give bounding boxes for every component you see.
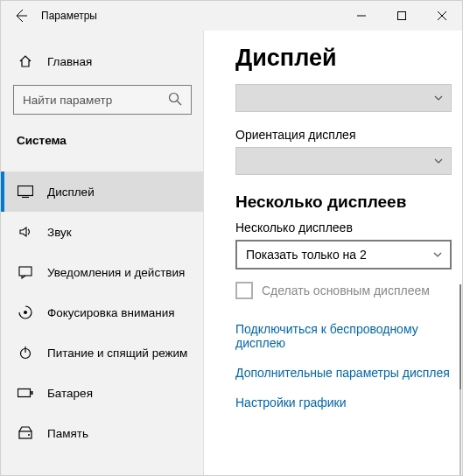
svg-rect-1 (398, 12, 406, 20)
minimize-button[interactable] (341, 1, 382, 31)
svg-rect-6 (19, 267, 32, 276)
orientation-label: Ориентация дисплея (235, 128, 455, 142)
chevron-down-icon (432, 249, 443, 260)
svg-line-3 (178, 102, 182, 106)
sound-icon (18, 225, 33, 239)
nav-item-storage[interactable]: Память (1, 413, 203, 453)
nav-item-sound[interactable]: Звук (1, 212, 203, 252)
chevron-down-icon (433, 93, 444, 103)
home-item[interactable]: Главная (1, 43, 203, 80)
dropdown-generic[interactable] (235, 84, 452, 112)
checkbox-label: Сделать основным дисплеем (262, 284, 430, 298)
nav-label: Батарея (47, 387, 93, 400)
nav-item-power[interactable]: Питание и спящий режим (1, 332, 203, 373)
svg-point-2 (170, 94, 179, 102)
make-main-display-checkbox: Сделать основным дисплеем (235, 282, 455, 299)
focus-icon (18, 305, 33, 319)
page-heading: Дисплей (235, 45, 455, 72)
link-advanced-display[interactable]: Дополнительные параметры дисплея (235, 366, 455, 380)
chevron-down-icon (433, 156, 444, 166)
sidebar: Главная Система Дисплей Звук (1, 31, 204, 475)
nav-item-display[interactable]: Дисплей (1, 172, 203, 212)
dropdown-multiple-displays[interactable]: Показать только на 2 (235, 240, 452, 270)
scrollbar-thumb[interactable] (459, 284, 461, 389)
search-icon (168, 92, 182, 106)
search-field[interactable] (14, 94, 163, 107)
display-icon (18, 186, 33, 198)
nav-label: Питание и спящий режим (47, 346, 187, 360)
window-title: Параметры (41, 10, 97, 22)
svg-rect-4 (18, 186, 33, 196)
nav-label: Дисплей (47, 186, 95, 199)
storage-icon (18, 426, 33, 440)
svg-point-7 (24, 311, 27, 314)
dropdown-value: Показать только на 2 (246, 248, 367, 262)
titlebar: Параметры (1, 1, 462, 31)
power-icon (18, 346, 33, 360)
svg-rect-11 (32, 391, 33, 395)
svg-rect-10 (18, 389, 31, 397)
dropdown-orientation[interactable] (235, 147, 452, 175)
checkbox-box (235, 282, 253, 299)
arrow-left-icon (14, 9, 28, 23)
nav-list: Дисплей Звук Уведомления и действия Фоку… (1, 172, 203, 453)
back-button[interactable] (1, 1, 41, 31)
category-heading: Система (1, 123, 203, 158)
close-button[interactable] (422, 1, 462, 31)
nav-label: Звук (47, 226, 72, 239)
nav-label: Память (47, 427, 88, 440)
minimize-icon (357, 11, 366, 20)
nav-label: Уведомления и действия (47, 266, 185, 279)
section-multiple-displays: Несколько дисплеев (235, 192, 455, 212)
maximize-button[interactable] (382, 1, 422, 31)
multiple-displays-label: Несколько дисплеев (235, 220, 455, 234)
nav-item-battery[interactable]: Батарея (1, 373, 203, 413)
nav-label: Фокусировка внимания (47, 306, 175, 319)
main-panel: Дисплей Ориентация дисплея Несколько дис… (204, 31, 462, 475)
scrollbar-vertical[interactable] (459, 284, 461, 475)
svg-point-13 (28, 434, 30, 436)
nav-item-focus[interactable]: Фокусировка внимания (1, 292, 203, 332)
close-icon (438, 11, 446, 20)
nav-item-notifications[interactable]: Уведомления и действия (1, 252, 203, 292)
notifications-icon (18, 265, 33, 279)
link-wireless-display[interactable]: Подключиться к беспроводному дисплею (235, 322, 455, 350)
battery-icon (18, 388, 33, 398)
home-icon (18, 54, 33, 68)
search-input[interactable] (13, 85, 192, 115)
link-graphics-settings[interactable]: Настройки графики (235, 396, 455, 410)
home-label: Главная (47, 55, 92, 68)
maximize-icon (397, 11, 406, 20)
